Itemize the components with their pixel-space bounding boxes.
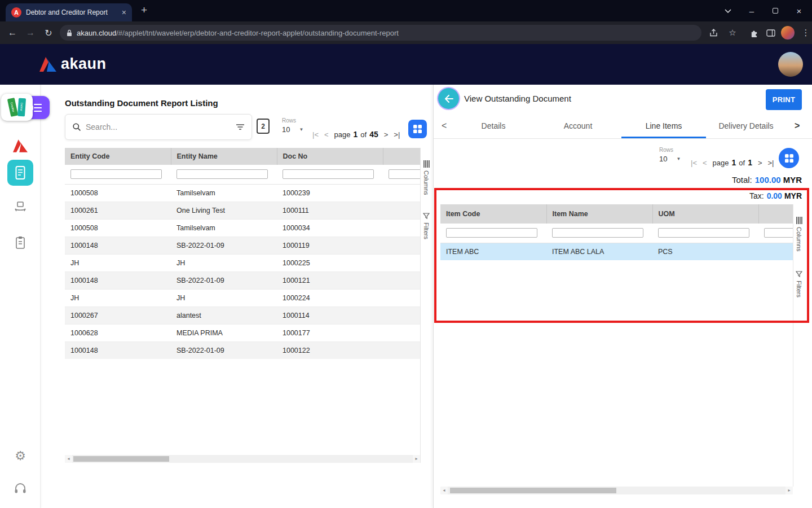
debtor-creditor-applet-icon[interactable]: Creditor Debtor xyxy=(1,94,33,121)
report-row[interactable]: 1000628MEDIA PRIMA1000177 xyxy=(65,324,420,341)
grid-view-button[interactable] xyxy=(408,120,427,138)
filter-input-partial[interactable] xyxy=(389,169,420,179)
search-input[interactable] xyxy=(86,122,231,132)
filter-list-icon[interactable] xyxy=(236,124,245,130)
scroll-right-icon[interactable]: ▸ xyxy=(785,487,793,494)
support-button[interactable] xyxy=(0,483,41,494)
report-row[interactable]: JHJH1000224 xyxy=(65,289,420,306)
scrollbar-thumb[interactable] xyxy=(450,488,616,493)
report-row[interactable]: 1000261One Living Test1000111 xyxy=(65,202,420,219)
entity-code-filter-input[interactable] xyxy=(70,169,162,179)
print-button[interactable]: PRINT xyxy=(766,89,802,110)
browser-tab[interactable]: A Debtor and Creditor Report × xyxy=(6,3,132,21)
close-window-button[interactable]: × xyxy=(787,0,811,21)
column-header-entity-code[interactable]: Entity Code xyxy=(65,148,171,165)
split-view-icon[interactable]: 2 xyxy=(257,119,270,134)
user-avatar[interactable] xyxy=(778,52,803,77)
grid-view-button[interactable] xyxy=(779,148,799,168)
report-row[interactable]: 1000148SB-2022-01-091000122 xyxy=(65,341,420,359)
tab-delivery-details[interactable]: Delivery Details xyxy=(718,113,773,139)
scroll-left-icon[interactable]: ◂ xyxy=(65,455,72,463)
profile-avatar[interactable] xyxy=(779,21,796,44)
sidebar-item-orders[interactable] xyxy=(0,200,41,214)
last-page-button[interactable]: >| xyxy=(394,130,400,139)
tabs-scroll-right-icon[interactable]: > xyxy=(795,113,800,139)
report-row[interactable]: 1000508Tamilselvam1000034 xyxy=(65,219,420,237)
columns-label: Columns xyxy=(423,170,430,195)
logo-text: akaun xyxy=(61,55,107,73)
new-tab-button[interactable]: + xyxy=(141,4,147,16)
column-header-item-name[interactable]: Item Name xyxy=(546,204,652,224)
column-header-entity-name[interactable]: Entity Name xyxy=(171,148,277,165)
item-name-filter-input[interactable] xyxy=(552,228,643,238)
columns-side-tab[interactable]: Columns xyxy=(421,160,432,195)
sidebar-item-active-applet[interactable] xyxy=(7,160,33,186)
report-row[interactable]: 1000508Tamilselvam1000239 xyxy=(65,184,420,202)
column-header-uom[interactable]: UOM xyxy=(652,204,758,224)
forward-icon[interactable]: → xyxy=(23,21,38,44)
active-tab-underline xyxy=(621,137,706,138)
line-item-row[interactable]: ITEM ABCITEM ABC LALAPCS xyxy=(440,243,793,260)
tab-search-chevron-icon[interactable] xyxy=(716,0,740,21)
of-word: of xyxy=(360,130,367,139)
extensions-icon[interactable] xyxy=(745,21,762,44)
first-page-button[interactable]: |< xyxy=(312,130,319,139)
scroll-left-icon[interactable]: ◂ xyxy=(440,487,448,494)
settings-button[interactable]: ⚙ xyxy=(0,449,41,463)
report-row[interactable]: 1000148SB-2022-01-091000119 xyxy=(65,237,420,254)
browser-menu-icon[interactable]: ⋮ xyxy=(797,21,812,44)
rows-per-page-select[interactable]: 10 ▼ xyxy=(282,125,303,134)
maximize-button[interactable] xyxy=(764,0,787,21)
address-bar[interactable]: akaun.cloud/#/applet/tnt/wavelet/erp/deb… xyxy=(60,25,701,41)
tab-line-items[interactable]: Line Items xyxy=(646,113,682,139)
scrollbar-thumb[interactable] xyxy=(73,456,169,462)
tab-close-icon[interactable]: × xyxy=(122,8,126,17)
first-page-button[interactable]: |< xyxy=(691,159,697,167)
table-cell xyxy=(758,243,793,260)
bookmark-star-icon[interactable]: ☆ xyxy=(724,21,741,44)
side-panel-icon[interactable] xyxy=(762,21,779,44)
prev-page-button[interactable]: < xyxy=(324,130,329,139)
prev-page-button[interactable]: < xyxy=(703,159,707,167)
scrollbar-track[interactable] xyxy=(448,487,785,494)
column-header-doc-no[interactable]: Doc No xyxy=(277,148,383,165)
scroll-right-icon[interactable]: ▸ xyxy=(413,455,420,463)
akaun-logo[interactable]: akaun xyxy=(39,55,107,73)
reload-icon[interactable]: ↻ xyxy=(41,21,56,44)
item-code-filter-input[interactable] xyxy=(446,228,537,238)
report-row[interactable]: 1000267alantest1000114 xyxy=(65,306,420,324)
table-cell: 1000261 xyxy=(65,202,171,219)
table-cell xyxy=(383,202,420,219)
next-page-button[interactable]: > xyxy=(758,159,762,167)
chevron-down-icon: ▼ xyxy=(676,156,681,161)
next-page-button[interactable]: > xyxy=(384,130,389,139)
filters-side-tab[interactable]: Filters xyxy=(793,271,805,297)
back-icon[interactable]: ← xyxy=(5,21,20,44)
rows-per-page-select[interactable]: 10 ▼ xyxy=(659,155,681,163)
doc-no-filter-input[interactable] xyxy=(283,169,374,179)
filters-side-tab[interactable]: Filters xyxy=(421,213,432,239)
tabs-scroll-left-icon[interactable]: < xyxy=(442,113,447,139)
report-row[interactable]: JHJH1000225 xyxy=(65,254,420,271)
sidebar-item-documents[interactable] xyxy=(0,236,41,249)
scrollbar-track[interactable] xyxy=(72,455,413,463)
filter-input-partial[interactable] xyxy=(764,228,793,238)
last-page-button[interactable]: >| xyxy=(768,159,774,167)
report-row[interactable]: 1000148SB-2022-01-091000121 xyxy=(65,271,420,289)
back-button[interactable] xyxy=(438,88,459,109)
report-table: Entity Code Entity Name Doc No 1000508Ta… xyxy=(65,148,420,359)
horizontal-scrollbar[interactable]: ◂ ▸ xyxy=(440,487,793,494)
column-header-item-code[interactable]: Item Code xyxy=(440,204,546,224)
tab-account[interactable]: Account xyxy=(564,113,593,139)
horizontal-scrollbar[interactable]: ◂ ▸ xyxy=(65,455,420,463)
rows-value: 10 xyxy=(282,125,290,134)
share-icon[interactable] xyxy=(705,21,722,44)
minimize-button[interactable]: – xyxy=(740,0,764,21)
uom-filter-input[interactable] xyxy=(658,228,749,238)
sidebar-item-red-applet[interactable] xyxy=(0,139,41,152)
table-cell: SB-2022-01-09 xyxy=(171,237,277,254)
entity-name-filter-input[interactable] xyxy=(176,169,268,179)
tab-details[interactable]: Details xyxy=(482,113,506,139)
columns-side-tab[interactable]: Columns xyxy=(793,217,805,251)
table-cell: SB-2022-01-09 xyxy=(171,271,277,289)
